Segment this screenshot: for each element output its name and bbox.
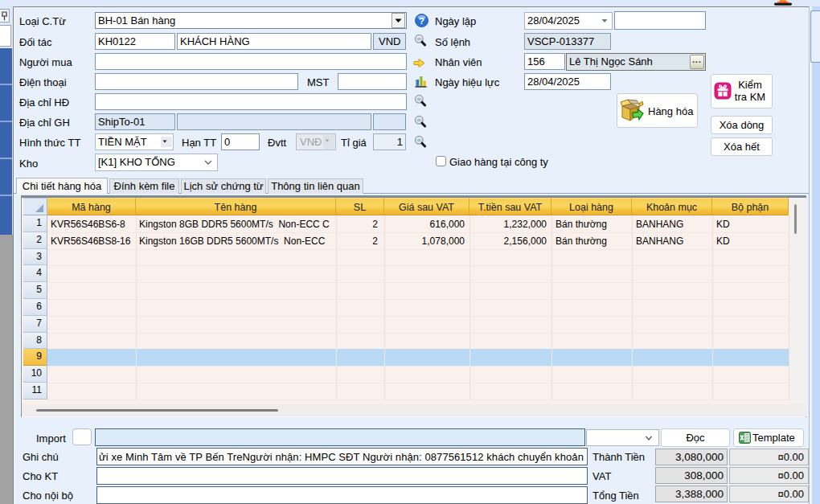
- svg-text:?: ?: [419, 16, 424, 26]
